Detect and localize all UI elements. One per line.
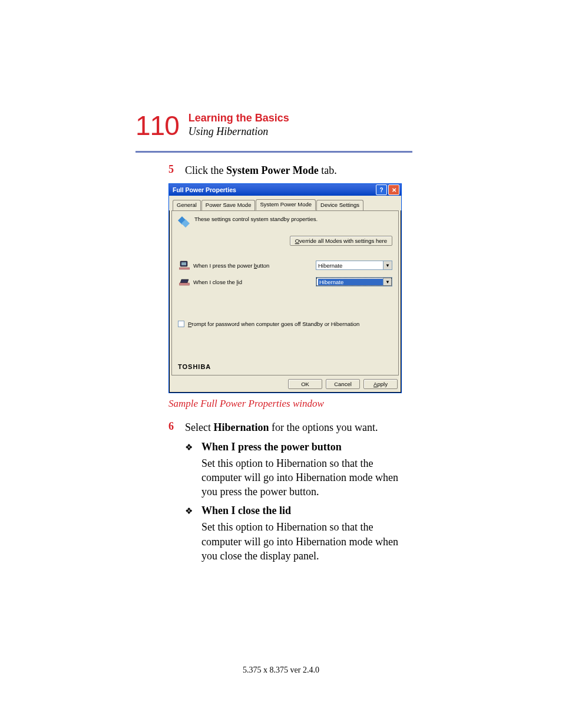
row-close-lid: When I close the lid Hibernate ▼ (178, 277, 392, 286)
text: Select (185, 421, 213, 433)
tab-device-settings[interactable]: Device Settings (316, 200, 363, 211)
brand-label: TOSHIBA (178, 363, 211, 370)
dialog-titlebar: Full Power Properties ? ✕ (169, 184, 401, 196)
info-text: These settings control system standby pr… (194, 216, 318, 222)
dropdown-value: Hibernate (318, 279, 383, 285)
row-power-button: When I press the power button Hibernate … (178, 261, 392, 270)
chevron-down-icon: ▼ (383, 261, 392, 269)
bullet-heading: When I close the lid (201, 505, 291, 518)
cancel-button[interactable]: Cancel (326, 379, 360, 389)
bullet-body: Set this option to Hibernation so that t… (201, 520, 412, 563)
svg-rect-3 (181, 262, 186, 265)
tab-strip: General Power Save Mode System Power Mod… (169, 196, 401, 210)
chapter-title: Learning the Basics (189, 112, 289, 124)
row-label: When I close the lid (191, 279, 316, 285)
step-6: 6 Select Hibernation for the options you… (168, 420, 412, 434)
figure-caption: Sample Full Power Properties window (168, 398, 412, 410)
footer-text: 5.375 x 8.375 ver 2.4.0 (0, 666, 562, 675)
override-button[interactable]: Override all Modes with settings here (290, 236, 392, 246)
help-button[interactable]: ? (376, 185, 387, 195)
laptop-icon (178, 278, 191, 286)
close-button[interactable]: ✕ (388, 185, 399, 195)
monitor-icon (178, 261, 191, 270)
checkbox-label: Prompt for password when computer goes o… (188, 321, 359, 327)
text: tab. (319, 164, 337, 176)
text-bold: Hibernation (213, 421, 269, 433)
dropdown-power-button[interactable]: Hibernate ▼ (316, 261, 392, 270)
tab-pane: These settings control system standby pr… (171, 210, 399, 375)
step-number: 5 (168, 163, 185, 177)
dialog-full-power-properties: Full Power Properties ? ✕ General Power … (168, 183, 402, 393)
page-number: 110 (135, 112, 179, 139)
chevron-down-icon: ▼ (383, 278, 392, 286)
checkbox-prompt-password[interactable]: Prompt for password when computer goes o… (178, 321, 392, 327)
apply-button[interactable]: Apply (363, 379, 398, 389)
tab-power-save-mode[interactable]: Power Save Mode (201, 200, 256, 211)
text: for the options you want. (269, 421, 378, 433)
section-title: Using Hibernation (189, 126, 289, 138)
settings-icon (178, 216, 190, 228)
step-text: Select Hibernation for the options you w… (185, 420, 412, 434)
bullet-heading: When I press the power button (201, 441, 342, 454)
header-rule (135, 151, 412, 153)
bullet-symbol: ❖ (185, 441, 201, 454)
row-label: When I press the power button (191, 262, 316, 269)
dialog-title: Full Power Properties (173, 186, 236, 193)
dropdown-close-lid[interactable]: Hibernate ▼ (316, 277, 392, 286)
bullet-symbol: ❖ (185, 505, 201, 518)
tab-system-power-mode[interactable]: System Power Mode (256, 199, 316, 210)
ok-button[interactable]: OK (288, 379, 322, 389)
step-5: 5 Click the System Power Mode tab. (168, 163, 412, 177)
svg-rect-5 (179, 283, 190, 285)
svg-rect-4 (179, 268, 190, 269)
checkbox-box[interactable] (178, 321, 184, 327)
text: Click the (185, 164, 226, 176)
dropdown-value: Hibernate (318, 262, 383, 269)
bullet-body: Set this option to Hibernation so that t… (201, 456, 412, 499)
button-row: OK Cancel Apply (169, 379, 401, 393)
step-number: 6 (168, 420, 185, 434)
tab-general[interactable]: General (173, 200, 201, 211)
step-text: Click the System Power Mode tab. (185, 163, 412, 177)
bullet-power-button: ❖ When I press the power button (185, 441, 412, 454)
bullet-close-lid: ❖ When I close the lid (185, 505, 412, 518)
text-bold: System Power Mode (226, 164, 319, 176)
